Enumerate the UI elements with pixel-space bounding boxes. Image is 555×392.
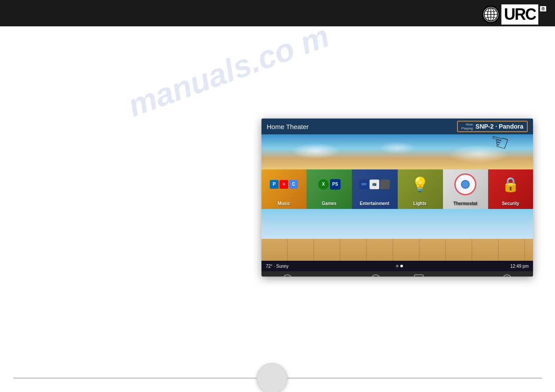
apple-tv-icon: [380, 180, 390, 189]
tile-entertainment-label: Entertainment: [359, 200, 390, 207]
tile-thermostat-label: Thermostat: [453, 200, 478, 207]
mute-label: Mute: [326, 276, 337, 277]
volume-down-button[interactable]: −: [283, 274, 292, 277]
slider-area: [0, 378, 555, 379]
entertainment-app-icons: BD 📺: [359, 180, 390, 189]
status-bar: 72° · Sunny 12:49 pm: [261, 261, 533, 271]
screen-icon: ⬜: [414, 274, 424, 277]
tile-music-label: Music: [277, 200, 291, 207]
lights-tile-icon: 💡: [398, 169, 443, 199]
plus-icon: +: [371, 274, 381, 277]
urc-logo: URC ®: [482, 4, 546, 25]
logo-text: URC: [501, 4, 538, 25]
bottom-landscape: [261, 209, 533, 261]
slider-track[interactable]: [13, 378, 542, 379]
tile-security-label: Security: [501, 200, 520, 207]
thermostat-tile-icon: [443, 169, 488, 199]
screen-title: Home Theater: [267, 123, 309, 130]
music-app-icons: P S C: [270, 180, 298, 189]
now-playing-label: Now: [466, 122, 473, 126]
top-area: [0, 26, 555, 52]
main-label: Main: [457, 276, 469, 277]
tile-music[interactable]: P S C Music: [261, 169, 307, 209]
now-playing-sublabel: Playing: [461, 126, 473, 130]
minus-icon: −: [283, 274, 292, 277]
power-icon: ⏻: [502, 274, 512, 277]
logo-globe-icon: [482, 6, 500, 23]
tile-games[interactable]: X PS Games: [307, 169, 352, 209]
tv-icon: 📺: [370, 180, 379, 189]
app-grid: P S C Music X PS Games BD 📺: [261, 169, 533, 209]
time-display: 12:49 pm: [510, 264, 529, 269]
mute-button[interactable]: Mute: [326, 276, 337, 277]
page-dot-1: [396, 265, 399, 267]
bluray-icon: BD: [359, 180, 369, 189]
games-tile-icon: X PS: [307, 169, 352, 199]
sirius-icon: S: [279, 180, 288, 189]
games-app-icons: X PS: [318, 179, 341, 190]
tile-lights[interactable]: 💡 Lights: [398, 169, 443, 209]
cast-icon: C: [289, 180, 298, 189]
thermostat-circle: [454, 173, 476, 195]
entertainment-tile-icon: BD 📺: [352, 169, 397, 199]
pandora-icon: P: [270, 180, 279, 189]
power-button[interactable]: ⏻: [502, 274, 512, 277]
weather-text: 72° · Sunny: [266, 264, 289, 269]
main-button[interactable]: Main: [457, 276, 469, 277]
tile-entertainment[interactable]: BD 📺 Entertainment: [352, 169, 397, 209]
lock-icon: 🔒: [502, 176, 519, 193]
slider-thumb[interactable]: [257, 363, 287, 392]
music-tile-icon: P S C: [261, 169, 306, 199]
screen-button[interactable]: ⬜: [414, 274, 424, 277]
control-bar: − Mute + ⬜ Main ⏻: [261, 271, 533, 277]
bulb-icon: 💡: [411, 176, 429, 193]
tile-thermostat[interactable]: Thermostat: [443, 169, 488, 209]
tile-lights-label: Lights: [413, 200, 428, 207]
logo-area: URC ®: [482, 4, 546, 25]
page-dots: [396, 265, 403, 267]
floor-boards: [261, 239, 533, 261]
security-tile-icon: 🔒: [488, 169, 533, 199]
tile-games-label: Games: [321, 200, 337, 207]
logo-trademark: ®: [540, 6, 546, 11]
header-bar: URC ®: [0, 0, 555, 26]
playstation-icon: PS: [330, 179, 341, 190]
tile-security[interactable]: 🔒 Security: [488, 169, 533, 209]
xbox-icon: X: [318, 179, 329, 190]
landscape-floor: [261, 239, 533, 261]
volume-up-button[interactable]: +: [371, 274, 381, 277]
thermostat-inner: [461, 180, 470, 189]
page-dot-2: [400, 265, 403, 267]
